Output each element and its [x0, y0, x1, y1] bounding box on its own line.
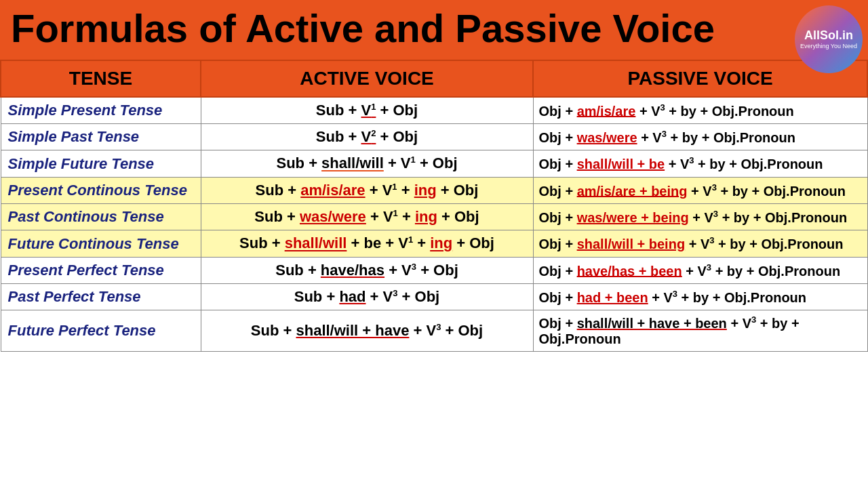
table-container: TENSE ACTIVE VOICE PASSIVE VOICE Simple …	[0, 60, 868, 352]
page-title: Formulas of Active and Passive Voice	[11, 7, 857, 50]
active-formula: Sub + V1 + Obj	[201, 97, 533, 124]
active-formula: Sub + am/is/are + V1 + ing + Obj	[201, 177, 533, 203]
tense-label: Future Continous Tense	[1, 230, 201, 257]
table-row: Present Continous Tense Sub + am/is/are …	[1, 177, 867, 203]
table-row: Future Perfect Tense Sub + shall/will + …	[1, 310, 867, 352]
formulas-table: TENSE ACTIVE VOICE PASSIVE VOICE Simple …	[0, 60, 868, 352]
table-row: Future Continous Tense Sub + shall/will …	[1, 230, 867, 257]
table-row: Past Perfect Tense Sub + had + V3 + Obj …	[1, 284, 867, 310]
table-row: Simple Future Tense Sub + shall/will + V…	[1, 150, 867, 177]
tense-label: Simple Future Tense	[1, 150, 201, 177]
tense-label: Present Perfect Tense	[1, 257, 201, 283]
tense-label: Past Continous Tense	[1, 204, 201, 230]
passive-formula: Obj + have/has + been + V3 + by + Obj.Pr…	[533, 257, 867, 283]
tense-label: Simple Past Tense	[1, 124, 201, 150]
passive-formula: Obj + am/is/are + V3 + by + Obj.Pronoun	[533, 97, 867, 124]
tense-label: Future Perfect Tense	[1, 310, 201, 352]
table-row: Present Perfect Tense Sub + have/has + V…	[1, 257, 867, 283]
tense-label: Present Continous Tense	[1, 177, 201, 203]
brand-name: AllSol.in	[804, 29, 853, 43]
brand-sub: Everything You Need	[800, 43, 857, 49]
active-formula: Sub + shall/will + V1 + Obj	[201, 150, 533, 177]
active-formula: Sub + shall/will + be + V1 + ing + Obj	[201, 230, 533, 257]
table-row: Past Continous Tense Sub + was/were + V1…	[1, 204, 867, 230]
col-active: ACTIVE VOICE	[201, 60, 533, 97]
table-header-row: TENSE ACTIVE VOICE PASSIVE VOICE	[1, 60, 867, 97]
page-header: Formulas of Active and Passive Voice All…	[0, 0, 868, 60]
passive-formula: Obj + was/were + V3 + by + Obj.Pronoun	[533, 124, 867, 150]
active-formula: Sub + V2 + Obj	[201, 124, 533, 150]
col-tense: TENSE	[1, 60, 201, 97]
active-formula: Sub + have/has + V3 + Obj	[201, 257, 533, 283]
active-formula: Sub + was/were + V1 + ing + Obj	[201, 204, 533, 230]
passive-formula: Obj + had + been + V3 + by + Obj.Pronoun	[533, 284, 867, 310]
tense-label: Past Perfect Tense	[1, 284, 201, 310]
table-row: Simple Past Tense Sub + V2 + Obj Obj + w…	[1, 124, 867, 150]
passive-formula: Obj + was/were + being + V3 + by + Obj.P…	[533, 204, 867, 230]
table-row: Simple Present Tense Sub + V1 + Obj Obj …	[1, 97, 867, 124]
passive-formula: Obj + am/is/are + being + V3 + by + Obj.…	[533, 177, 867, 203]
active-formula: Sub + shall/will + have + V3 + Obj	[201, 310, 533, 352]
passive-formula: Obj + shall/will + be + V3 + by + Obj.Pr…	[533, 150, 867, 177]
passive-formula: Obj + shall/will + being + V3 + by + Obj…	[533, 230, 867, 257]
tense-label: Simple Present Tense	[1, 97, 201, 124]
brand-badge: AllSol.in Everything You Need	[795, 5, 863, 73]
passive-formula: Obj + shall/will + have + been + V3 + by…	[533, 310, 867, 352]
active-formula: Sub + had + V3 + Obj	[201, 284, 533, 310]
